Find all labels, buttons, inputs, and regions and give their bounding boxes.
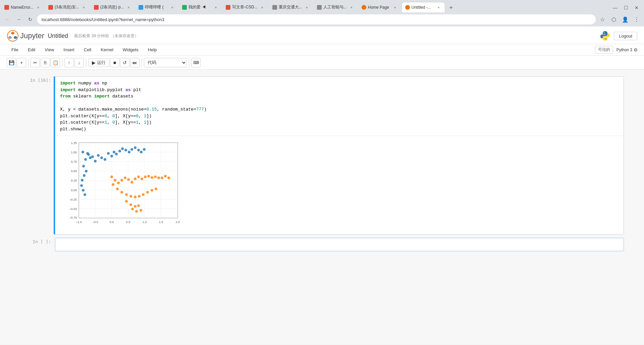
tab-nameerror[interactable]: NameError... × <box>1 2 45 12</box>
tab-label: (2条消息) p... <box>100 4 124 10</box>
tab-close[interactable]: × <box>81 5 87 10</box>
svg-point-58 <box>130 148 133 151</box>
tab-music[interactable]: 我的爱 ◀ × <box>178 2 222 12</box>
menu-view[interactable]: View <box>40 45 59 54</box>
notebook-title[interactable]: Untitled <box>48 32 68 40</box>
jupyter-header-right: Logout <box>600 30 637 41</box>
stop-button[interactable]: ■ <box>110 58 119 67</box>
tab-cqjtu[interactable]: 重庆交通大... × <box>269 2 313 12</box>
svg-point-44 <box>87 153 90 156</box>
svg-point-5 <box>605 39 606 40</box>
svg-point-74 <box>124 177 126 179</box>
cell-2-body[interactable] <box>55 238 624 251</box>
svg-point-88 <box>112 183 114 186</box>
menu-help[interactable]: Help <box>143 45 162 54</box>
close-window-button[interactable]: ✕ <box>632 3 641 12</box>
tab-favicon <box>182 5 187 10</box>
toolbar-separator-1 <box>28 58 29 67</box>
svg-point-68 <box>82 189 85 192</box>
plot-output: 1.25 1.00 0.75 0.50 0.25 0.00 −0.25 −0.5… <box>55 136 624 234</box>
svg-point-99 <box>125 200 128 203</box>
tab-close[interactable]: × <box>36 5 41 10</box>
bookmark-button[interactable]: ☆ <box>598 15 607 24</box>
tab-label: 我的爱 ◀ <box>189 4 211 10</box>
restart-run-button[interactable]: ⏭ <box>130 58 140 67</box>
add-cell-button[interactable]: + <box>17 58 26 67</box>
svg-text:1.25: 1.25 <box>71 141 77 145</box>
menu-button[interactable]: ⋮ <box>632 15 641 24</box>
run-button[interactable]: ▶ 运行 <box>88 58 109 67</box>
tab-close[interactable]: × <box>260 5 265 10</box>
restart-button[interactable]: ↺ <box>120 58 129 67</box>
jupyter-header: Jupyter Untitled 最后检查 39 分钟前 （未保存改变） Log… <box>0 26 644 44</box>
tab-2msg[interactable]: (2条消息) p... × <box>90 2 135 12</box>
menu-file[interactable]: File <box>7 45 23 54</box>
menu-cell[interactable]: Cell <box>79 45 96 54</box>
jupyter-logo-title: Jupyter Untitled 最后检查 39 分钟前 （未保存改变） <box>7 30 139 42</box>
tab-homepage[interactable]: Home Page × <box>358 2 401 12</box>
reload-button[interactable]: ↻ <box>25 15 35 24</box>
tab-close[interactable]: × <box>436 5 441 10</box>
cell-2-input[interactable] <box>55 238 624 250</box>
svg-point-67 <box>80 184 83 187</box>
tab-close[interactable]: × <box>349 5 354 10</box>
forward-button[interactable]: → <box>14 15 23 24</box>
toolbar-separator-5 <box>189 58 189 67</box>
paste-button[interactable]: 📋 <box>51 58 60 67</box>
svg-point-56 <box>124 149 127 151</box>
cell-1-input[interactable]: import numpy as np import matplotlib.pyp… <box>55 77 624 136</box>
tab-close[interactable]: × <box>169 5 175 10</box>
logout-button[interactable]: Logout <box>614 32 637 40</box>
save-button[interactable]: 💾 <box>7 58 16 67</box>
svg-point-86 <box>164 175 167 178</box>
toolbar-separator-4 <box>142 58 142 67</box>
move-down-button[interactable]: ↓ <box>74 58 84 67</box>
svg-point-43 <box>89 156 92 159</box>
cell-type-select[interactable]: 代码 Markdown Raw NBConvert <box>144 58 187 67</box>
tab-ai[interactable]: 人工智能与... × <box>313 2 358 12</box>
tab-close[interactable]: × <box>213 5 218 10</box>
cell-1-sidebar: In [16]: <box>20 76 54 83</box>
copy-button[interactable]: ⎘ <box>41 58 50 67</box>
account-button[interactable]: 👤 <box>621 15 630 24</box>
tab-untitled[interactable]: Untitled -... × <box>401 2 445 12</box>
menu-kernel[interactable]: Kernel <box>96 45 118 54</box>
back-button[interactable]: ← <box>3 15 12 24</box>
keyboard-shortcuts-button[interactable]: ⌨ <box>191 58 201 67</box>
tab-csdn[interactable]: 写文章-CSD... × <box>222 2 268 12</box>
tab-favicon <box>4 5 9 10</box>
cell-2: In [ ]: <box>20 238 624 251</box>
svg-point-91 <box>125 193 128 196</box>
cell-1-body[interactable]: import numpy as np import matplotlib.pyp… <box>55 76 624 234</box>
tab-label: Untitled -... <box>412 5 434 10</box>
svg-point-80 <box>144 176 147 178</box>
tab-bilibili[interactable]: 哔哩哔哩 ( × <box>135 2 178 12</box>
python-logo <box>600 30 610 41</box>
svg-point-69 <box>84 193 86 196</box>
svg-point-82 <box>151 176 153 179</box>
tab-close[interactable]: × <box>392 5 398 10</box>
svg-point-104 <box>135 210 138 213</box>
tab-share-button[interactable]: ⬡ <box>609 15 619 24</box>
cell-1: In [16]: import numpy as np import matpl… <box>20 76 624 234</box>
address-input[interactable] <box>37 14 596 24</box>
menu-edit[interactable]: Edit <box>23 45 40 54</box>
menu-insert[interactable]: Insert <box>59 45 79 54</box>
svg-text:−0.25: −0.25 <box>69 198 77 201</box>
trusted-badge[interactable]: 可信的 <box>595 46 613 54</box>
tab-close[interactable]: × <box>126 5 131 10</box>
cut-button[interactable]: ✂ <box>31 58 40 67</box>
tab-favicon <box>226 5 230 10</box>
new-tab-button[interactable]: + <box>446 3 456 12</box>
svg-point-65 <box>83 174 86 177</box>
maximize-button[interactable]: ☐ <box>621 3 631 12</box>
menu-widgets[interactable]: Widgets <box>118 45 143 54</box>
tab-favicon <box>139 5 143 10</box>
jupyter-logo: Jupyter <box>7 30 44 42</box>
svg-point-75 <box>127 178 130 181</box>
tab-3msg[interactable]: (3条消息)安... × <box>45 2 90 12</box>
minimize-button[interactable]: — <box>610 3 620 12</box>
svg-point-63 <box>82 165 85 167</box>
tab-close[interactable]: × <box>304 5 310 10</box>
move-up-button[interactable]: ↑ <box>64 58 74 67</box>
